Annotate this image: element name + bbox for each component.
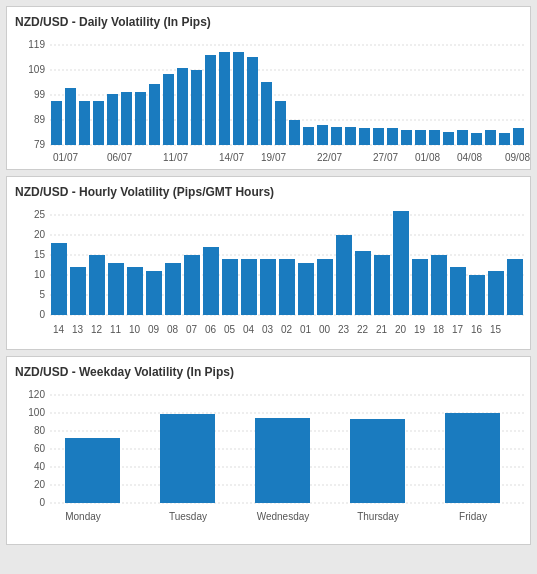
svg-rect-132	[350, 419, 405, 503]
svg-text:0: 0	[39, 497, 45, 508]
hourly-volatility-chart: NZD/USD - Hourly Volatility (Pips/GMT Ho…	[6, 176, 531, 350]
svg-rect-18	[163, 74, 174, 145]
svg-rect-76	[241, 259, 257, 315]
svg-rect-82	[355, 251, 371, 315]
svg-text:20: 20	[34, 229, 46, 240]
svg-rect-87	[450, 267, 466, 315]
svg-rect-74	[203, 247, 219, 315]
svg-text:Thursday: Thursday	[357, 511, 399, 522]
svg-rect-131	[255, 418, 310, 503]
svg-rect-37	[429, 130, 440, 145]
svg-rect-73	[184, 255, 200, 315]
svg-rect-34	[387, 128, 398, 145]
svg-rect-85	[412, 259, 428, 315]
svg-rect-23	[233, 52, 244, 145]
svg-rect-39	[457, 130, 468, 145]
svg-rect-15	[121, 92, 132, 145]
svg-text:119: 119	[28, 39, 45, 50]
svg-rect-89	[488, 271, 504, 315]
svg-rect-28	[303, 127, 314, 145]
svg-rect-80	[317, 259, 333, 315]
svg-text:05: 05	[224, 324, 236, 335]
svg-text:21: 21	[376, 324, 388, 335]
svg-rect-88	[469, 275, 485, 315]
svg-text:09: 09	[148, 324, 160, 335]
svg-text:04: 04	[243, 324, 255, 335]
svg-text:17: 17	[452, 324, 464, 335]
svg-rect-14	[107, 94, 118, 145]
svg-rect-30	[331, 127, 342, 145]
svg-text:15: 15	[34, 249, 46, 260]
svg-text:109: 109	[28, 64, 45, 75]
svg-rect-20	[191, 70, 202, 145]
daily-volatility-chart: NZD/USD - Daily Volatility (In Pips) 119…	[6, 6, 531, 170]
svg-text:20: 20	[395, 324, 407, 335]
svg-rect-21	[205, 55, 216, 145]
svg-rect-40	[471, 133, 482, 145]
svg-rect-84	[393, 211, 409, 315]
svg-rect-72	[165, 263, 181, 315]
svg-text:14: 14	[53, 324, 65, 335]
daily-chart-title: NZD/USD - Daily Volatility (In Pips)	[15, 15, 522, 29]
svg-rect-67	[70, 267, 86, 315]
svg-text:16: 16	[471, 324, 483, 335]
svg-rect-36	[415, 130, 426, 145]
svg-text:99: 99	[34, 89, 46, 100]
svg-rect-16	[135, 92, 146, 145]
svg-text:06/07: 06/07	[107, 152, 132, 163]
svg-rect-129	[65, 438, 120, 503]
svg-rect-38	[443, 132, 454, 145]
svg-text:89: 89	[34, 114, 46, 125]
svg-text:09/08: 09/08	[505, 152, 530, 163]
svg-text:100: 100	[28, 407, 45, 418]
svg-text:10: 10	[34, 269, 46, 280]
svg-rect-70	[127, 267, 143, 315]
svg-text:20: 20	[34, 479, 46, 490]
weekday-chart-area: 120 100 80 60 40 20 0 Monday Tuesday Wed…	[15, 385, 522, 540]
svg-text:79: 79	[34, 139, 46, 150]
svg-rect-29	[317, 125, 328, 145]
svg-text:07: 07	[186, 324, 198, 335]
svg-rect-77	[260, 259, 276, 315]
svg-rect-31	[345, 127, 356, 145]
svg-text:04/08: 04/08	[457, 152, 482, 163]
svg-rect-90	[507, 259, 523, 315]
svg-text:18: 18	[433, 324, 445, 335]
svg-text:11: 11	[110, 324, 122, 335]
daily-chart-area: 119 109 99 89 79	[15, 35, 522, 165]
svg-text:Friday: Friday	[459, 511, 487, 522]
svg-text:01/07: 01/07	[53, 152, 78, 163]
svg-rect-130	[160, 414, 215, 503]
svg-rect-33	[373, 128, 384, 145]
svg-rect-25	[261, 82, 272, 145]
svg-rect-71	[146, 271, 162, 315]
svg-text:Wednesday: Wednesday	[257, 511, 310, 522]
svg-rect-83	[374, 255, 390, 315]
svg-text:60: 60	[34, 443, 46, 454]
svg-rect-11	[65, 88, 76, 145]
svg-text:23: 23	[338, 324, 350, 335]
svg-text:0: 0	[39, 309, 45, 320]
svg-rect-12	[79, 101, 90, 145]
svg-text:40: 40	[34, 461, 46, 472]
svg-rect-27	[289, 120, 300, 145]
weekday-chart-title: NZD/USD - Weekday Volatility (In Pips)	[15, 365, 522, 379]
svg-text:120: 120	[28, 389, 45, 400]
svg-text:Monday: Monday	[65, 511, 101, 522]
svg-rect-32	[359, 128, 370, 145]
svg-text:13: 13	[72, 324, 84, 335]
svg-rect-10	[51, 101, 62, 145]
svg-rect-22	[219, 52, 230, 145]
svg-text:15: 15	[490, 324, 502, 335]
svg-text:Tuesday: Tuesday	[169, 511, 207, 522]
svg-rect-26	[275, 101, 286, 145]
svg-text:19: 19	[414, 324, 426, 335]
svg-rect-86	[431, 255, 447, 315]
svg-text:01: 01	[300, 324, 312, 335]
svg-text:5: 5	[39, 289, 45, 300]
svg-text:10: 10	[129, 324, 141, 335]
svg-text:12: 12	[91, 324, 103, 335]
svg-text:11/07: 11/07	[163, 152, 188, 163]
svg-text:14/07: 14/07	[219, 152, 244, 163]
svg-text:06: 06	[205, 324, 217, 335]
